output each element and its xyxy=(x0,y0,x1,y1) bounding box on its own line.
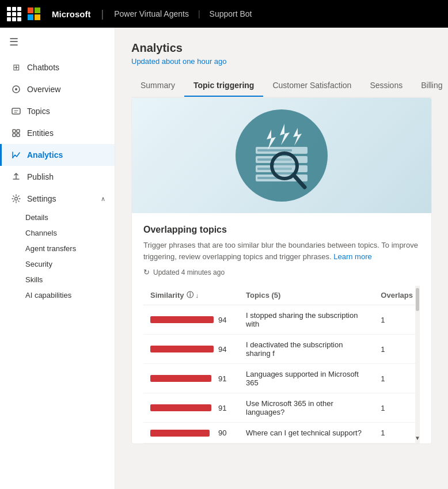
bar-container xyxy=(150,316,214,323)
similarity-bar xyxy=(150,375,211,382)
table-container: Similarity ⓘ ↓ Topics (5) Overlaps xyxy=(143,286,420,443)
cell-similarity-2: 91 xyxy=(143,364,239,393)
sidebar-sub-skills[interactable]: Skills xyxy=(0,272,115,287)
tab-topic-triggering[interactable]: Topic triggering xyxy=(184,75,264,97)
page-title: Analytics xyxy=(131,41,432,55)
sidebar-label-publish: Publish xyxy=(27,172,54,181)
sort-icon[interactable]: ↓ xyxy=(196,292,199,299)
bar-container xyxy=(150,404,214,411)
sidebar-item-topics[interactable]: Topics xyxy=(0,100,115,122)
company-name: Microsoft xyxy=(52,9,91,19)
overlap-section: Overlapping topics Trigger phrases that … xyxy=(132,213,431,443)
learn-more-link[interactable]: Learn more xyxy=(333,252,371,261)
sidebar-item-entities[interactable]: Entities xyxy=(0,122,115,144)
microsoft-logo xyxy=(28,7,40,20)
similarity-bar xyxy=(150,346,214,352)
bar-container xyxy=(150,346,214,352)
sidebar: ☰ ⊞ Chatbots Overview Topics Entities xyxy=(0,28,115,489)
tab-summary[interactable]: Summary xyxy=(131,75,184,97)
publish-icon xyxy=(11,172,21,182)
overlap-desc: Trigger phrases that are too similar blu… xyxy=(143,240,420,262)
settings-chevron-icon: ∧ xyxy=(101,195,105,203)
overlap-desc-text: Trigger phrases that are too similar blu… xyxy=(143,241,418,261)
sidebar-label-analytics: Analytics xyxy=(27,150,63,160)
svg-rect-4 xyxy=(17,130,20,132)
th-topics-label: Topics (5) xyxy=(246,291,280,300)
sidebar-sub-security[interactable]: Security xyxy=(0,256,115,272)
cell-overlaps-0: 1 xyxy=(374,305,420,335)
table-row[interactable]: 91 Use Microsoft 365 in other languages?… xyxy=(143,393,420,423)
info-icon[interactable]: ⓘ xyxy=(187,290,193,300)
layout: ☰ ⊞ Chatbots Overview Topics Entities xyxy=(0,28,448,489)
hamburger-button[interactable]: ☰ xyxy=(0,28,115,56)
svg-rect-10 xyxy=(257,149,292,151)
overview-icon xyxy=(11,84,21,94)
cell-overlaps-1: 1 xyxy=(374,335,420,364)
sidebar-item-settings[interactable]: Settings ∧ xyxy=(0,188,115,210)
topics-icon xyxy=(11,106,21,116)
svg-point-18 xyxy=(274,156,295,176)
sidebar-item-chatbots[interactable]: ⊞ Chatbots xyxy=(0,56,115,78)
sidebar-item-overview[interactable]: Overview xyxy=(0,78,115,100)
topbar-sep: | xyxy=(198,9,200,18)
cell-topic-1: I deactivated the subscription sharing f xyxy=(239,335,374,364)
table-row[interactable]: 94 I deactivated the subscription sharin… xyxy=(143,335,420,364)
overlap-updated: Updated 4 minutes ago xyxy=(153,268,225,276)
app-name: Power Virtual Agents xyxy=(114,9,189,18)
settings-icon xyxy=(11,194,21,204)
th-overlaps-label: Overlaps xyxy=(381,291,413,300)
sidebar-item-analytics[interactable]: Analytics xyxy=(0,144,115,166)
svg-point-7 xyxy=(15,198,18,200)
illustration-area xyxy=(132,98,431,213)
entities-icon xyxy=(11,128,21,138)
svg-rect-5 xyxy=(13,134,16,137)
similarity-bar xyxy=(150,430,210,437)
similarity-value: 94 xyxy=(218,316,232,324)
overlap-table: Similarity ⓘ ↓ Topics (5) Overlaps xyxy=(143,286,420,443)
cell-overlaps-3: 1 xyxy=(374,393,420,423)
bot-name: Support Bot xyxy=(210,9,252,18)
th-topics: Topics (5) xyxy=(239,286,374,305)
cell-topic-3: Use Microsoft 365 in other languages? xyxy=(239,393,374,423)
sidebar-sub-agent-transfers[interactable]: Agent transfers xyxy=(0,241,115,256)
updated-badge: ↻ Updated 4 minutes ago xyxy=(143,268,420,276)
refresh-icon: ↻ xyxy=(143,268,150,276)
sidebar-sub-channels[interactable]: Channels xyxy=(0,225,115,241)
sidebar-sub-details[interactable]: Details xyxy=(0,210,115,225)
svg-rect-6 xyxy=(17,134,20,137)
cell-similarity-0: 94 xyxy=(143,305,239,335)
similarity-value: 90 xyxy=(218,429,232,437)
sidebar-label-entities: Entities xyxy=(27,128,54,138)
waffle-menu[interactable] xyxy=(7,7,21,21)
tab-customer-satisfaction[interactable]: Customer Satisfaction xyxy=(263,75,360,97)
sidebar-label-topics: Topics xyxy=(27,107,50,116)
scroll-thumb xyxy=(416,288,419,311)
cell-topic-2: Languages supported in Microsoft 365 xyxy=(239,364,374,393)
th-overlaps: Overlaps xyxy=(374,286,420,305)
th-similarity-label: Similarity xyxy=(150,291,184,300)
similarity-value: 91 xyxy=(218,374,232,383)
topbar: Microsoft | Power Virtual Agents | Suppo… xyxy=(0,0,448,28)
cell-topic-4: Where can I get technical support? xyxy=(239,423,374,443)
cell-topic-0: I stopped sharing the subscription with xyxy=(239,305,374,335)
similarity-value: 91 xyxy=(218,404,232,412)
scrollbar[interactable]: ▼ xyxy=(415,286,420,443)
bar-container xyxy=(150,375,214,382)
table-row[interactable]: 90 Where can I get technical support? 1 xyxy=(143,423,420,443)
cell-similarity-1: 94 xyxy=(143,335,239,364)
scroll-down-arrow[interactable]: ▼ xyxy=(415,435,420,441)
svg-rect-3 xyxy=(13,130,16,132)
sidebar-item-publish[interactable]: Publish xyxy=(0,166,115,188)
cell-similarity-3: 91 xyxy=(143,393,239,423)
svg-rect-2 xyxy=(12,108,20,114)
similarity-bar xyxy=(150,404,211,411)
sidebar-label-chatbots: Chatbots xyxy=(27,63,59,72)
table-row[interactable]: 91 Languages supported in Microsoft 365 … xyxy=(143,364,420,393)
similarity-bar xyxy=(150,316,214,323)
table-row[interactable]: 94 I stopped sharing the subscription wi… xyxy=(143,305,420,335)
cell-overlaps-4: 1 xyxy=(374,423,420,443)
sidebar-sub-ai-capabilities[interactable]: AI capabilities xyxy=(0,287,115,303)
cell-similarity-4: 90 xyxy=(143,423,239,443)
tab-billing[interactable]: Billing xyxy=(412,75,448,97)
tab-sessions[interactable]: Sessions xyxy=(360,75,412,97)
